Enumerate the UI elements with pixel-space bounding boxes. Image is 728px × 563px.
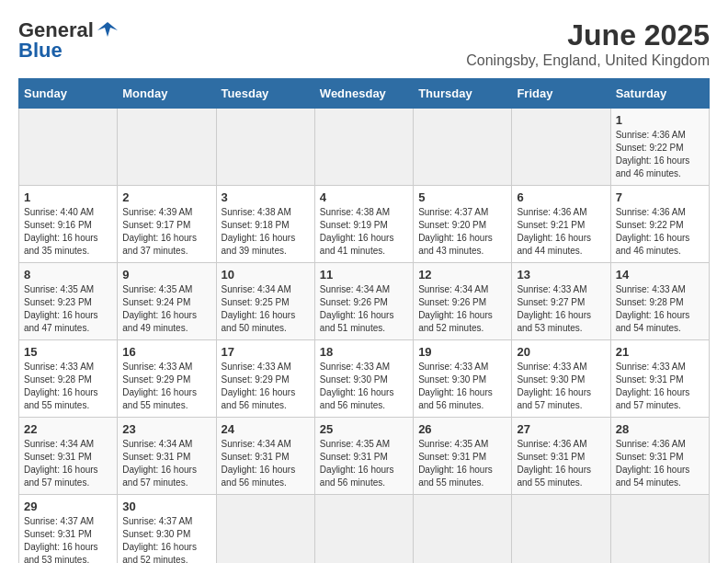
calendar-day-header: Tuesday xyxy=(216,79,314,109)
calendar-cell xyxy=(118,109,216,186)
day-number: 18 xyxy=(320,345,408,359)
day-number: 16 xyxy=(122,345,210,359)
day-info: Sunrise: 4:35 AMSunset: 9:23 PMDaylight:… xyxy=(24,283,112,335)
day-info: Sunrise: 4:34 AMSunset: 9:26 PMDaylight:… xyxy=(418,283,506,335)
calendar-week-row: 22Sunrise: 4:34 AMSunset: 9:31 PMDayligh… xyxy=(19,418,710,495)
day-info: Sunrise: 4:34 AMSunset: 9:26 PMDaylight:… xyxy=(320,283,408,335)
calendar-cell: 24Sunrise: 4:34 AMSunset: 9:31 PMDayligh… xyxy=(216,418,314,495)
calendar-cell xyxy=(216,109,314,186)
calendar-cell: 11Sunrise: 4:34 AMSunset: 9:26 PMDayligh… xyxy=(314,263,413,340)
calendar-cell: 5Sunrise: 4:37 AMSunset: 9:20 PMDaylight… xyxy=(414,186,512,263)
calendar-cell: 13Sunrise: 4:33 AMSunset: 9:27 PMDayligh… xyxy=(512,263,610,340)
day-info: Sunrise: 4:35 AMSunset: 9:31 PMDaylight:… xyxy=(418,438,506,489)
day-info: Sunrise: 4:37 AMSunset: 9:20 PMDaylight:… xyxy=(418,206,506,258)
day-number: 3 xyxy=(222,190,310,204)
calendar-cell: 6Sunrise: 4:36 AMSunset: 9:21 PMDaylight… xyxy=(512,186,610,263)
day-info: Sunrise: 4:36 AMSunset: 9:22 PMDaylight:… xyxy=(616,206,704,258)
day-number: 7 xyxy=(616,190,704,204)
calendar-day-header: Sunday xyxy=(19,79,118,109)
logo: General Blue xyxy=(18,18,118,63)
day-info: Sunrise: 4:33 AMSunset: 9:28 PMDaylight:… xyxy=(616,283,704,335)
day-info: Sunrise: 4:38 AMSunset: 9:18 PMDaylight:… xyxy=(222,206,310,258)
calendar-cell: 10Sunrise: 4:34 AMSunset: 9:25 PMDayligh… xyxy=(216,263,314,340)
day-number: 17 xyxy=(222,345,310,359)
day-info: Sunrise: 4:33 AMSunset: 9:31 PMDaylight:… xyxy=(616,361,704,412)
calendar-cell: 26Sunrise: 4:35 AMSunset: 9:31 PMDayligh… xyxy=(414,418,512,495)
day-number: 1 xyxy=(616,113,704,127)
page-header: General Blue June 2025 Coningsby, Englan… xyxy=(18,18,710,69)
calendar-cell: 8Sunrise: 4:35 AMSunset: 9:23 PMDaylight… xyxy=(19,263,118,340)
day-info: Sunrise: 4:34 AMSunset: 9:31 PMDaylight:… xyxy=(222,438,310,489)
day-info: Sunrise: 4:33 AMSunset: 9:30 PMDaylight:… xyxy=(517,361,605,412)
day-number: 24 xyxy=(222,422,310,436)
day-info: Sunrise: 4:36 AMSunset: 9:31 PMDaylight:… xyxy=(616,438,704,489)
calendar-cell: 23Sunrise: 4:34 AMSunset: 9:31 PMDayligh… xyxy=(118,418,216,495)
day-info: Sunrise: 4:33 AMSunset: 9:28 PMDaylight:… xyxy=(24,361,112,412)
calendar-cell xyxy=(19,109,118,186)
day-info: Sunrise: 4:36 AMSunset: 9:21 PMDaylight:… xyxy=(517,206,605,258)
day-number: 19 xyxy=(418,345,506,359)
day-info: Sunrise: 4:37 AMSunset: 9:31 PMDaylight:… xyxy=(24,515,112,563)
calendar-cell: 12Sunrise: 4:34 AMSunset: 9:26 PMDayligh… xyxy=(414,263,512,340)
calendar-cell: 3Sunrise: 4:38 AMSunset: 9:18 PMDaylight… xyxy=(216,186,314,263)
calendar-week-row: 1Sunrise: 4:36 AMSunset: 9:22 PMDaylight… xyxy=(19,109,710,186)
calendar-week-row: 15Sunrise: 4:33 AMSunset: 9:28 PMDayligh… xyxy=(19,340,710,418)
month-year-title: June 2025 xyxy=(466,18,710,52)
day-number: 22 xyxy=(24,422,112,436)
calendar-cell: 16Sunrise: 4:33 AMSunset: 9:29 PMDayligh… xyxy=(118,340,216,418)
calendar-cell xyxy=(414,109,512,186)
calendar-cell: 1Sunrise: 4:36 AMSunset: 9:22 PMDaylight… xyxy=(610,109,709,186)
day-number: 25 xyxy=(320,422,408,436)
logo-blue: Blue xyxy=(18,39,63,63)
day-number: 29 xyxy=(24,500,112,513)
day-info: Sunrise: 4:37 AMSunset: 9:30 PMDaylight:… xyxy=(122,515,210,563)
calendar-cell: 2Sunrise: 4:39 AMSunset: 9:17 PMDaylight… xyxy=(118,186,216,263)
day-info: Sunrise: 4:33 AMSunset: 9:29 PMDaylight:… xyxy=(122,361,210,412)
title-block: June 2025 Coningsby, England, United Kin… xyxy=(466,18,710,69)
calendar-cell: 21Sunrise: 4:33 AMSunset: 9:31 PMDayligh… xyxy=(610,340,709,418)
day-info: Sunrise: 4:40 AMSunset: 9:16 PMDaylight:… xyxy=(24,206,112,258)
calendar-day-header: Thursday xyxy=(414,79,512,109)
calendar-day-header: Friday xyxy=(512,79,610,109)
calendar-cell: 28Sunrise: 4:36 AMSunset: 9:31 PMDayligh… xyxy=(610,418,709,495)
calendar-cell xyxy=(512,495,610,564)
day-info: Sunrise: 4:38 AMSunset: 9:19 PMDaylight:… xyxy=(320,206,408,258)
calendar-cell xyxy=(512,109,610,186)
calendar-cell: 9Sunrise: 4:35 AMSunset: 9:24 PMDaylight… xyxy=(118,263,216,340)
calendar-cell xyxy=(610,495,709,564)
day-number: 11 xyxy=(320,268,408,282)
calendar-table: SundayMondayTuesdayWednesdayThursdayFrid… xyxy=(18,78,710,563)
calendar-cell: 18Sunrise: 4:33 AMSunset: 9:30 PMDayligh… xyxy=(314,340,413,418)
calendar-cell: 1Sunrise: 4:40 AMSunset: 9:16 PMDaylight… xyxy=(19,186,118,263)
day-number: 6 xyxy=(517,190,605,204)
day-info: Sunrise: 4:33 AMSunset: 9:30 PMDaylight:… xyxy=(418,361,506,412)
day-number: 26 xyxy=(418,422,506,436)
day-number: 1 xyxy=(24,190,112,204)
day-info: Sunrise: 4:39 AMSunset: 9:17 PMDaylight:… xyxy=(122,206,210,258)
calendar-cell: 15Sunrise: 4:33 AMSunset: 9:28 PMDayligh… xyxy=(19,340,118,418)
day-number: 20 xyxy=(517,345,605,359)
calendar-cell: 29Sunrise: 4:37 AMSunset: 9:31 PMDayligh… xyxy=(19,495,118,564)
day-info: Sunrise: 4:36 AMSunset: 9:31 PMDaylight:… xyxy=(517,438,605,489)
calendar-cell: 22Sunrise: 4:34 AMSunset: 9:31 PMDayligh… xyxy=(19,418,118,495)
day-number: 30 xyxy=(122,500,210,513)
day-number: 2 xyxy=(122,190,210,204)
calendar-cell: 30Sunrise: 4:37 AMSunset: 9:30 PMDayligh… xyxy=(118,495,216,564)
calendar-cell xyxy=(216,495,314,564)
calendar-cell: 17Sunrise: 4:33 AMSunset: 9:29 PMDayligh… xyxy=(216,340,314,418)
svg-marker-0 xyxy=(97,22,118,37)
day-info: Sunrise: 4:34 AMSunset: 9:31 PMDaylight:… xyxy=(24,438,112,489)
day-number: 23 xyxy=(122,422,210,436)
calendar-day-header: Wednesday xyxy=(314,79,413,109)
day-info: Sunrise: 4:33 AMSunset: 9:27 PMDaylight:… xyxy=(517,283,605,335)
calendar-cell xyxy=(314,109,413,186)
day-number: 10 xyxy=(222,268,310,282)
calendar-header-row: SundayMondayTuesdayWednesdayThursdayFrid… xyxy=(19,79,710,109)
day-number: 5 xyxy=(418,190,506,204)
day-info: Sunrise: 4:35 AMSunset: 9:31 PMDaylight:… xyxy=(320,438,408,489)
day-number: 14 xyxy=(616,268,704,282)
day-info: Sunrise: 4:35 AMSunset: 9:24 PMDaylight:… xyxy=(122,283,210,335)
calendar-day-header: Saturday xyxy=(610,79,709,109)
day-number: 9 xyxy=(122,268,210,282)
calendar-cell: 20Sunrise: 4:33 AMSunset: 9:30 PMDayligh… xyxy=(512,340,610,418)
